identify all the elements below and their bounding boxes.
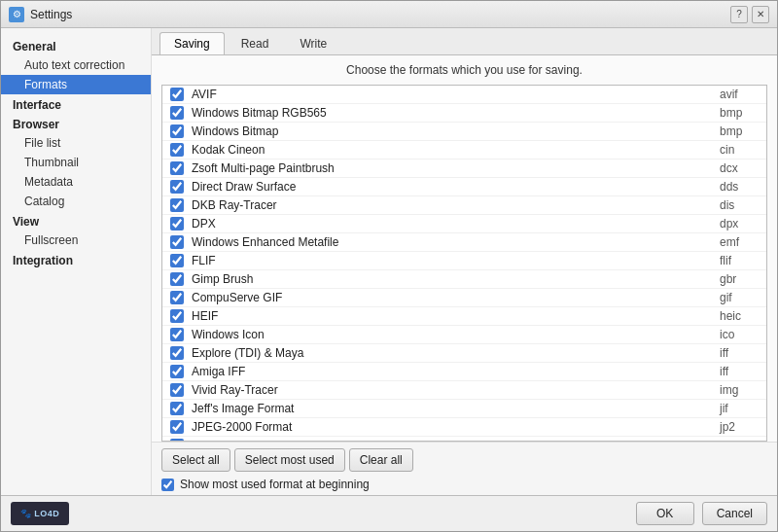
format-row: CompuServe GIFgif (162, 289, 766, 307)
show-most-used-checkbox[interactable] (161, 479, 174, 491)
main-content: General Auto text correction Formats Int… (1, 28, 777, 495)
format-checkbox[interactable] (170, 309, 184, 323)
format-row: Windows Enhanced Metafileemf (162, 233, 766, 252)
format-checkbox[interactable] (170, 420, 184, 434)
sidebar-item-fullscreen[interactable]: Fullscreen (1, 231, 151, 250)
sidebar-section-browser: Browser (1, 114, 151, 133)
main-panel: Saving Read Write Choose the formats whi… (152, 28, 777, 495)
format-name: Amiga IFF (192, 365, 712, 378)
format-checkbox[interactable] (170, 198, 184, 212)
cancel-button[interactable]: Cancel (702, 502, 767, 525)
tab-saving[interactable]: Saving (159, 32, 225, 54)
close-button[interactable]: ✕ (752, 6, 769, 23)
format-name: CompuServe GIF (192, 291, 712, 304)
sidebar: General Auto text correction Formats Int… (1, 28, 152, 495)
show-most-used-label: Show most used format at beginning (180, 478, 370, 491)
format-list-container: AVIFavifWindows Bitmap RGB565bmpWindows … (161, 85, 767, 442)
bottom-buttons: Select all Select most used Clear all (161, 448, 767, 472)
format-ext: gbr (720, 272, 759, 286)
tab-bar: Saving Read Write (152, 28, 777, 55)
format-checkbox[interactable] (170, 328, 184, 341)
clear-all-button[interactable]: Clear all (349, 448, 413, 472)
format-row: Jeff's Image Formatjif (162, 400, 766, 418)
format-ext: flif (720, 254, 759, 267)
format-ext: avif (720, 88, 759, 101)
sidebar-item-catalog[interactable]: Catalog (1, 192, 151, 211)
format-row: Explore (TDI) & Mayaiff (162, 344, 766, 363)
format-row: Gimp Brushgbr (162, 270, 766, 289)
format-ext: img (720, 383, 759, 397)
format-checkbox[interactable] (170, 254, 184, 267)
app-icon: ⚙ (9, 7, 24, 22)
format-checkbox[interactable] (170, 383, 184, 397)
format-ext: iff (720, 346, 759, 360)
logo-area: 🐾 LO4D (11, 502, 628, 525)
title-bar: ⚙ Settings ? ✕ (1, 1, 777, 28)
sidebar-section-interface: Interface (1, 94, 151, 114)
format-checkbox[interactable] (170, 365, 184, 378)
format-name: DKB Ray-Tracer (192, 198, 712, 212)
format-row: Windows Bitmap RGB565bmp (162, 104, 766, 123)
sidebar-item-file-list[interactable]: File list (1, 133, 151, 153)
format-ext: jp2 (720, 420, 759, 434)
format-checkbox[interactable] (170, 124, 184, 138)
format-name: Gimp Brush (192, 272, 712, 286)
format-list[interactable]: AVIFavifWindows Bitmap RGB565bmpWindows … (162, 86, 766, 441)
select-most-used-button[interactable]: Select most used (234, 448, 345, 472)
logo-badge: 🐾 LO4D (11, 502, 69, 525)
format-checkbox[interactable] (170, 346, 184, 360)
format-name: Direct Draw Surface (192, 180, 712, 194)
format-row: JPEG-2000 Formatjp2 (162, 418, 766, 437)
sidebar-section-integration: Integration (1, 250, 151, 269)
format-ext: jif (720, 402, 759, 415)
format-ext: iff (720, 365, 759, 378)
format-checkbox[interactable] (170, 143, 184, 157)
sidebar-section-general: General (1, 36, 151, 55)
sidebar-item-thumbnail[interactable]: Thumbnail (1, 153, 151, 172)
sidebar-item-metadata[interactable]: Metadata (1, 172, 151, 192)
format-name: HEIF (192, 309, 712, 323)
format-row: JPEG / JFIFjpg (162, 437, 766, 441)
format-checkbox[interactable] (170, 180, 184, 194)
format-row: Amiga IFFiff (162, 363, 766, 381)
format-ext: dpx (720, 217, 759, 231)
sidebar-item-formats[interactable]: Formats (1, 75, 151, 94)
tab-write[interactable]: Write (285, 32, 341, 54)
format-row: Kodak Cineoncin (162, 141, 766, 160)
format-row: HEIFheic (162, 307, 766, 326)
format-ext: dis (720, 198, 759, 212)
format-checkbox[interactable] (170, 291, 184, 304)
format-row: DKB Ray-Tracerdis (162, 196, 766, 215)
format-name: Kodak Cineon (192, 143, 712, 157)
ok-button[interactable]: OK (636, 502, 694, 525)
format-checkbox[interactable] (170, 106, 184, 120)
title-bar-left: ⚙ Settings (9, 7, 72, 22)
format-row: Direct Draw Surfacedds (162, 178, 766, 196)
format-ext: dcx (720, 161, 759, 175)
format-checkbox[interactable] (170, 161, 184, 175)
logo-text: 🐾 LO4D (20, 509, 60, 518)
format-checkbox[interactable] (170, 88, 184, 101)
format-ext: bmp (720, 106, 759, 120)
format-ext: bmp (720, 124, 759, 138)
window-title: Settings (30, 8, 72, 21)
bottom-bar: Select all Select most used Clear all Sh… (152, 442, 777, 495)
format-name: JPEG / JFIF (192, 439, 712, 441)
format-checkbox[interactable] (170, 217, 184, 231)
help-button[interactable]: ? (730, 6, 748, 23)
format-row: Zsoft Multi-page Paintbrushdcx (162, 160, 766, 178)
settings-window: ⚙ Settings ? ✕ General Auto text correct… (0, 0, 778, 532)
format-name: Windows Bitmap RGB565 (192, 106, 712, 120)
format-name: AVIF (192, 88, 712, 101)
format-checkbox[interactable] (170, 235, 184, 249)
tab-read[interactable]: Read (227, 32, 284, 54)
format-ext: cin (720, 143, 759, 157)
sidebar-item-auto-text-correction[interactable]: Auto text correction (1, 55, 151, 75)
format-name: Vivid Ray-Tracer (192, 383, 712, 397)
format-ext: gif (720, 291, 759, 304)
format-checkbox[interactable] (170, 402, 184, 415)
format-checkbox[interactable] (170, 272, 184, 286)
select-all-button[interactable]: Select all (161, 448, 230, 472)
hint-text: Choose the formats which you use for sav… (152, 55, 777, 85)
format-checkbox[interactable] (170, 439, 184, 441)
